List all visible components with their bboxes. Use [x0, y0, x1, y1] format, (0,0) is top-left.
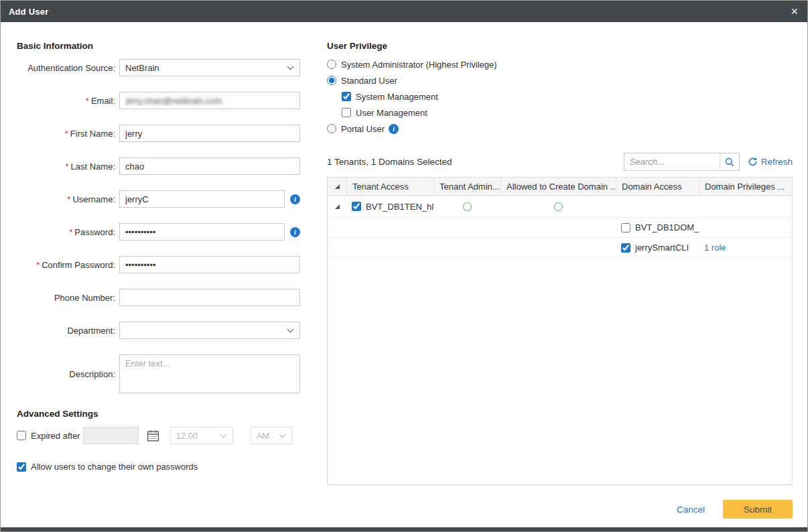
password-field[interactable] [119, 223, 285, 241]
col-domain-privileges[interactable]: Domain Privileges ... [699, 178, 792, 195]
refresh-label: Refresh [761, 157, 793, 167]
tenant-name: BVT_DB1TEN_hlu! [366, 202, 433, 212]
col-allowed-create-domain[interactable]: Allowed to Create Domain ... [500, 178, 616, 195]
tenant-access-cell: BVT_DB1TEN_hlu! [346, 196, 433, 217]
password-row: *Password: i [17, 223, 300, 241]
expired-date-field[interactable] [83, 427, 139, 444]
header-expand-cell[interactable] [328, 178, 346, 195]
password-info-icon[interactable]: i [290, 227, 300, 237]
user-management-checkbox[interactable] [342, 108, 351, 117]
refresh-button[interactable]: Refresh [748, 157, 793, 167]
description-label: Description: [17, 369, 115, 379]
system-management-checkbox[interactable] [342, 92, 351, 101]
username-field[interactable] [119, 190, 285, 208]
user-management-label: User Management [356, 108, 427, 118]
col-tenant-admin[interactable]: Tenant Admin... [433, 178, 500, 195]
system-management-row[interactable]: System Management [342, 90, 793, 103]
domain-privileges-cell: 1 role [699, 238, 792, 257]
user-privilege-pane: User Privilege System Administrator (Hig… [327, 41, 793, 519]
domain-access-cell: jerrySmartCLI [616, 238, 699, 257]
role-count-link[interactable]: 1 role [704, 243, 726, 253]
chevron-down-icon [287, 326, 294, 333]
first-name-field[interactable] [119, 125, 300, 142]
selection-summary: 1 Tenants, 1 Domains Selected [327, 157, 452, 167]
standard-user-radio[interactable] [327, 76, 336, 85]
add-user-dialog: Add User × Basic Information Authenticat… [0, 0, 808, 532]
expired-after-label: Expired after [31, 431, 80, 441]
username-row: *Username: i [17, 190, 300, 208]
submit-button[interactable]: Submit [723, 500, 793, 519]
domain-row-2: jerrySmartCLI 1 role [328, 238, 792, 258]
phone-field[interactable] [119, 289, 300, 306]
tenant-domain-table: Tenant Access Tenant Admin... Allowed to… [327, 177, 793, 485]
tenant-access-checkbox[interactable] [352, 202, 361, 211]
expired-time-select[interactable]: 12:00 [170, 427, 233, 444]
domain-name: BVT_DB1DOM_1m [635, 222, 699, 232]
calendar-icon[interactable] [147, 429, 159, 442]
tenant-row: BVT_DB1TEN_hlu! [328, 196, 792, 218]
allow-change-password-checkbox[interactable] [17, 462, 26, 472]
domain-name: jerrySmartCLI [635, 243, 689, 253]
expired-ampm-value: AM [257, 431, 270, 441]
tenant-admin-status-icon[interactable] [463, 202, 472, 211]
dialog-titlebar: Add User × [1, 1, 807, 22]
chevron-down-icon [220, 431, 226, 438]
col-tenant-access[interactable]: Tenant Access [346, 178, 433, 195]
expired-time-value: 12:00 [176, 431, 198, 441]
dialog-footer: Cancel Submit [327, 500, 793, 519]
tenant-admin-cell [433, 196, 500, 217]
domain-access-checkbox[interactable] [621, 243, 630, 253]
cancel-button[interactable]: Cancel [677, 505, 705, 515]
tenant-summary-bar: 1 Tenants, 1 Domains Selected Refresh [327, 153, 793, 171]
expired-ampm-select[interactable]: AM [251, 427, 292, 444]
tenant-expand-cell[interactable] [328, 196, 346, 217]
system-administrator-label: System Administrator (Highest Privilege) [341, 60, 497, 70]
advanced-settings-heading: Advanced Settings [17, 409, 300, 419]
department-select[interactable] [119, 322, 300, 339]
standard-user-label: Standard User [341, 76, 397, 86]
department-row: Department: [17, 322, 300, 339]
radio-portal-user[interactable]: Portal User i [327, 122, 793, 135]
radio-standard-user[interactable]: Standard User [327, 74, 793, 87]
system-administrator-radio[interactable] [327, 60, 336, 69]
portal-user-info-icon[interactable]: i [389, 124, 399, 134]
description-field[interactable] [119, 354, 300, 393]
expired-after-row: Expired after 12:00 AM [17, 427, 300, 444]
tenant-domain-access-cell [616, 196, 699, 217]
domain-row-1: BVT_DB1DOM_1m [328, 218, 792, 238]
chevron-down-icon [279, 431, 285, 438]
domain-access-cell: BVT_DB1DOM_1m [616, 218, 699, 237]
basic-info-pane: Basic Information Authentication Source:… [17, 41, 300, 519]
radio-system-administrator[interactable]: System Administrator (Highest Privilege) [327, 58, 793, 71]
col-domain-access[interactable]: Domain Access [616, 178, 699, 195]
user-management-row[interactable]: User Management [342, 106, 793, 119]
confirm-password-label: *Confirm Password: [17, 260, 115, 270]
first-name-label: *First Name: [17, 129, 115, 139]
expand-all-icon [335, 184, 340, 189]
auth-source-select[interactable]: NetBrain [119, 59, 300, 76]
search-input[interactable] [624, 157, 720, 167]
allowed-create-domain-status-icon[interactable] [554, 202, 563, 211]
department-label: Department: [17, 326, 115, 336]
chevron-down-icon [287, 64, 294, 70]
username-info-icon[interactable]: i [290, 194, 300, 204]
search-button[interactable] [720, 153, 739, 170]
allowed-create-domain-cell [500, 196, 616, 217]
email-row: *Email: [17, 92, 300, 109]
basic-info-heading: Basic Information [17, 41, 300, 51]
tenant-search-box [624, 153, 740, 171]
expired-after-checkbox[interactable] [17, 431, 26, 440]
confirm-password-field[interactable] [119, 256, 300, 273]
confirm-password-row: *Confirm Password: [17, 256, 300, 273]
portal-user-radio[interactable] [327, 124, 336, 133]
user-privilege-heading: User Privilege [327, 41, 793, 51]
collapse-row-icon [335, 204, 340, 209]
domain-access-checkbox[interactable] [621, 223, 630, 232]
description-row: Description: [17, 354, 300, 393]
allow-change-password-row: Allow users to change their own password… [17, 462, 300, 472]
email-field[interactable] [119, 92, 300, 109]
auth-source-row: Authentication Source: NetBrain [17, 59, 300, 76]
close-icon[interactable]: × [791, 5, 798, 17]
summary-right-controls: Refresh [624, 153, 793, 171]
last-name-field[interactable] [119, 157, 300, 175]
